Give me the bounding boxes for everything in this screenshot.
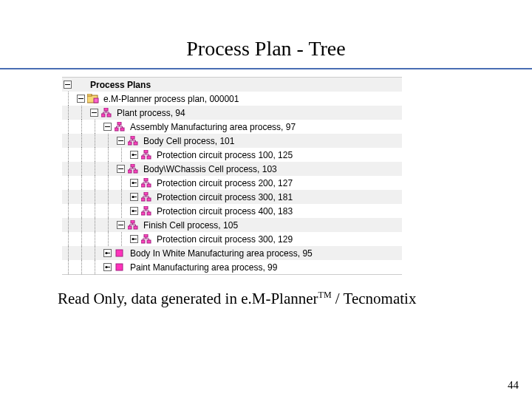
- tree-root-label: Process Plans: [89, 80, 151, 90]
- proc-icon: [127, 164, 139, 174]
- svg-rect-47: [128, 170, 132, 173]
- collapse-icon[interactable]: [102, 122, 112, 132]
- tree-node-label: Protection circuit process 400, 183: [155, 206, 293, 216]
- tree-row[interactable]: Protection circuit process 400, 183: [62, 204, 402, 218]
- key-icon[interactable]: [129, 206, 139, 216]
- tree-row[interactable]: Assembly Manufacturing area process, 97: [62, 120, 402, 134]
- proc-icon: [140, 192, 152, 202]
- key-icon[interactable]: [129, 192, 139, 202]
- svg-rect-37: [144, 150, 148, 153]
- key-icon[interactable]: [102, 248, 112, 259]
- svg-rect-87: [134, 226, 137, 229]
- svg-rect-46: [131, 164, 134, 167]
- divider: [0, 68, 532, 69]
- box-icon: [114, 248, 126, 259]
- proc-icon: [127, 220, 139, 231]
- proc-icon: [140, 178, 152, 188]
- svg-rect-85: [131, 220, 134, 223]
- tree-row[interactable]: Body Cell process, 101: [62, 134, 402, 148]
- svg-rect-9: [104, 108, 108, 111]
- svg-rect-28: [128, 142, 132, 145]
- collapse-icon[interactable]: [89, 108, 99, 118]
- collapse-icon[interactable]: [115, 136, 126, 146]
- tree-node-label: Body\WChassis Cell process, 103: [142, 164, 277, 174]
- svg-rect-19: [115, 128, 118, 131]
- tree-row[interactable]: e.M-Planner process plan, 000001: [62, 92, 402, 106]
- svg-rect-77: [141, 212, 145, 215]
- svg-rect-58: [147, 184, 151, 187]
- svg-rect-20: [120, 128, 124, 131]
- key-icon[interactable]: [129, 150, 139, 160]
- svg-rect-56: [144, 178, 148, 181]
- caption-sup: TM: [318, 290, 332, 300]
- proc-icon: [140, 206, 152, 216]
- tree-node-label: Protection circuit process 300, 129: [155, 234, 293, 245]
- svg-rect-57: [141, 184, 145, 187]
- tree-node-label: e.M-Planner process plan, 000001: [102, 94, 239, 104]
- key-icon[interactable]: [129, 178, 139, 188]
- tree-row[interactable]: Protection circuit process 300, 129: [62, 232, 402, 246]
- svg-rect-109: [116, 264, 123, 270]
- tree-node-label: Plant process, 94: [115, 108, 185, 118]
- svg-rect-39: [147, 156, 151, 159]
- tree-row[interactable]: Paint Manufacturing area process, 99: [62, 260, 402, 274]
- key-icon[interactable]: [102, 262, 112, 273]
- proc-icon: [140, 150, 152, 160]
- page-title: Process Plan - Tree: [0, 0, 532, 68]
- svg-rect-68: [147, 198, 151, 201]
- tree-row[interactable]: Protection circuit process 200, 127: [62, 176, 402, 190]
- svg-rect-6: [94, 98, 98, 103]
- proc-icon: [100, 108, 112, 118]
- proc-icon: [127, 136, 139, 146]
- caption-text-pre: Read Only, data generated in e.M-Planner: [58, 290, 318, 307]
- folder-icon: [87, 94, 99, 104]
- svg-rect-66: [144, 192, 148, 195]
- svg-rect-18: [117, 122, 121, 125]
- process-tree: Process Plans e.M-Planner process plan, …: [62, 77, 402, 275]
- tree-root-row[interactable]: Process Plans: [62, 78, 402, 92]
- tree-row[interactable]: Plant process, 94: [62, 106, 402, 120]
- tree-node-label: Body Cell process, 101: [142, 136, 234, 146]
- svg-rect-76: [144, 206, 148, 209]
- svg-rect-5: [87, 94, 92, 96]
- tree-node-label: Assembly Manufacturing area process, 97: [129, 122, 296, 132]
- svg-rect-10: [101, 114, 105, 117]
- svg-rect-29: [134, 142, 137, 145]
- tree-row[interactable]: Body\WChassis Cell process, 103: [62, 162, 402, 176]
- svg-rect-86: [128, 226, 132, 229]
- root-icon: [74, 80, 86, 90]
- key-icon[interactable]: [129, 234, 139, 245]
- collapse-icon[interactable]: [115, 164, 126, 174]
- svg-rect-27: [131, 136, 134, 139]
- tree-node-label: Protection circuit process 100, 125: [155, 150, 293, 160]
- tree-node-label: Protection circuit process 300, 181: [155, 192, 293, 202]
- proc-icon: [140, 234, 152, 245]
- svg-rect-105: [116, 250, 123, 256]
- tree-node-label: Body In White Manufacturing area process…: [129, 248, 313, 259]
- tree-row[interactable]: Protection circuit process 100, 125: [62, 148, 402, 162]
- svg-rect-38: [141, 156, 145, 159]
- collapse-icon[interactable]: [115, 220, 126, 231]
- expand-icon[interactable]: [62, 80, 72, 90]
- collapse-icon[interactable]: [75, 94, 86, 104]
- svg-rect-11: [107, 114, 111, 117]
- svg-rect-78: [147, 212, 151, 215]
- tree-row[interactable]: Body In White Manufacturing area process…: [62, 246, 402, 260]
- box-icon: [114, 262, 126, 273]
- svg-rect-97: [147, 240, 151, 243]
- svg-rect-95: [144, 234, 148, 237]
- svg-rect-67: [141, 198, 145, 201]
- tree-row[interactable]: Protection circuit process 300, 181: [62, 190, 402, 204]
- svg-rect-96: [141, 240, 145, 243]
- page-number: 44: [508, 379, 519, 392]
- tree-row[interactable]: Finish Cell process, 105: [62, 218, 402, 232]
- caption: Read Only, data generated in e.M-Planner…: [58, 290, 532, 308]
- tree-node-label: Protection circuit process 200, 127: [155, 178, 293, 188]
- tree-node-label: Paint Manufacturing area process, 99: [129, 262, 277, 273]
- caption-text-post: / Tecnomatix: [332, 290, 417, 307]
- proc-icon: [114, 122, 126, 132]
- svg-rect-48: [134, 170, 137, 173]
- tree-node-label: Finish Cell process, 105: [142, 220, 238, 231]
